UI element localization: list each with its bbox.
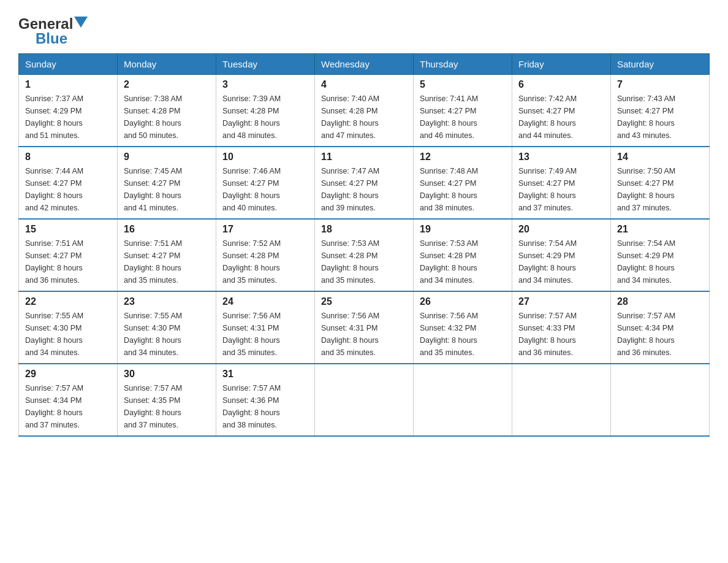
day-info: Sunrise: 7:51 AM Sunset: 4:27 PM Dayligh…	[124, 237, 210, 286]
day-of-week-header: Monday	[118, 54, 216, 75]
calendar-day-cell	[611, 364, 710, 436]
day-number: 25	[321, 296, 407, 307]
day-of-week-header: Sunday	[19, 54, 118, 75]
day-number: 24	[222, 296, 308, 307]
day-of-week-header: Tuesday	[216, 54, 315, 75]
day-number: 17	[222, 224, 308, 235]
day-info: Sunrise: 7:56 AM Sunset: 4:32 PM Dayligh…	[420, 310, 506, 359]
day-info: Sunrise: 7:54 AM Sunset: 4:29 PM Dayligh…	[518, 237, 604, 286]
day-number: 16	[124, 224, 210, 235]
day-number: 15	[25, 224, 111, 235]
day-number: 18	[321, 224, 407, 235]
calendar-day-cell	[414, 364, 512, 436]
day-number: 6	[518, 79, 604, 90]
day-info: Sunrise: 7:53 AM Sunset: 4:28 PM Dayligh…	[420, 237, 506, 286]
calendar-day-cell: 20 Sunrise: 7:54 AM Sunset: 4:29 PM Dayl…	[512, 219, 611, 291]
day-number: 4	[321, 79, 407, 90]
day-info: Sunrise: 7:48 AM Sunset: 4:27 PM Dayligh…	[420, 165, 506, 214]
day-info: Sunrise: 7:52 AM Sunset: 4:28 PM Dayligh…	[222, 237, 308, 286]
calendar-day-cell: 9 Sunrise: 7:45 AM Sunset: 4:27 PM Dayli…	[118, 147, 216, 219]
day-number: 7	[617, 79, 703, 90]
logo-blue-text: Blue	[36, 30, 67, 47]
day-info: Sunrise: 7:40 AM Sunset: 4:28 PM Dayligh…	[321, 93, 407, 142]
calendar-day-cell: 30 Sunrise: 7:57 AM Sunset: 4:35 PM Dayl…	[118, 364, 216, 436]
page-header: General Blue	[18, 12, 710, 47]
calendar-day-cell	[315, 364, 414, 436]
day-info: Sunrise: 7:57 AM Sunset: 4:34 PM Dayligh…	[617, 310, 703, 359]
day-info: Sunrise: 7:56 AM Sunset: 4:31 PM Dayligh…	[321, 310, 407, 359]
day-info: Sunrise: 7:38 AM Sunset: 4:28 PM Dayligh…	[124, 93, 210, 142]
day-info: Sunrise: 7:47 AM Sunset: 4:27 PM Dayligh…	[321, 165, 407, 214]
day-info: Sunrise: 7:53 AM Sunset: 4:28 PM Dayligh…	[321, 237, 407, 286]
calendar-day-cell: 25 Sunrise: 7:56 AM Sunset: 4:31 PM Dayl…	[315, 291, 414, 364]
day-of-week-header: Saturday	[611, 54, 710, 75]
calendar-week-row: 8 Sunrise: 7:44 AM Sunset: 4:27 PM Dayli…	[19, 147, 710, 219]
day-number: 29	[25, 369, 111, 380]
day-info: Sunrise: 7:57 AM Sunset: 4:34 PM Dayligh…	[25, 382, 111, 431]
day-number: 3	[222, 79, 308, 90]
day-number: 8	[25, 151, 111, 163]
calendar-week-row: 29 Sunrise: 7:57 AM Sunset: 4:34 PM Dayl…	[19, 364, 710, 436]
day-of-week-header: Thursday	[414, 54, 512, 75]
calendar-day-cell: 28 Sunrise: 7:57 AM Sunset: 4:34 PM Dayl…	[611, 291, 710, 364]
calendar-day-cell: 29 Sunrise: 7:57 AM Sunset: 4:34 PM Dayl…	[19, 364, 118, 436]
calendar-table: SundayMondayTuesdayWednesdayThursdayFrid…	[18, 53, 710, 437]
calendar-day-cell: 8 Sunrise: 7:44 AM Sunset: 4:27 PM Dayli…	[19, 147, 118, 219]
day-number: 27	[518, 296, 604, 307]
day-number: 2	[124, 79, 210, 90]
day-info: Sunrise: 7:54 AM Sunset: 4:29 PM Dayligh…	[617, 237, 703, 286]
calendar-day-cell: 3 Sunrise: 7:39 AM Sunset: 4:28 PM Dayli…	[216, 75, 315, 147]
day-number: 26	[420, 296, 506, 307]
calendar-week-row: 15 Sunrise: 7:51 AM Sunset: 4:27 PM Dayl…	[19, 219, 710, 291]
day-number: 12	[420, 151, 506, 163]
calendar-day-cell: 14 Sunrise: 7:50 AM Sunset: 4:27 PM Dayl…	[611, 147, 710, 219]
calendar-day-cell: 31 Sunrise: 7:57 AM Sunset: 4:36 PM Dayl…	[216, 364, 315, 436]
calendar-day-cell: 6 Sunrise: 7:42 AM Sunset: 4:27 PM Dayli…	[512, 75, 611, 147]
day-info: Sunrise: 7:45 AM Sunset: 4:27 PM Dayligh…	[124, 165, 210, 214]
calendar-day-cell: 22 Sunrise: 7:55 AM Sunset: 4:30 PM Dayl…	[19, 291, 118, 364]
day-info: Sunrise: 7:49 AM Sunset: 4:27 PM Dayligh…	[518, 165, 604, 214]
day-number: 19	[420, 224, 506, 235]
logo-triangle-icon	[74, 17, 88, 30]
calendar-day-cell: 17 Sunrise: 7:52 AM Sunset: 4:28 PM Dayl…	[216, 219, 315, 291]
calendar-header-row: SundayMondayTuesdayWednesdayThursdayFrid…	[19, 54, 710, 75]
calendar-day-cell: 27 Sunrise: 7:57 AM Sunset: 4:33 PM Dayl…	[512, 291, 611, 364]
calendar-day-cell: 23 Sunrise: 7:55 AM Sunset: 4:30 PM Dayl…	[118, 291, 216, 364]
calendar-day-cell: 1 Sunrise: 7:37 AM Sunset: 4:29 PM Dayli…	[19, 75, 118, 147]
day-of-week-header: Wednesday	[315, 54, 414, 75]
calendar-day-cell: 12 Sunrise: 7:48 AM Sunset: 4:27 PM Dayl…	[414, 147, 512, 219]
day-number: 14	[617, 151, 703, 163]
day-number: 23	[124, 296, 210, 307]
day-info: Sunrise: 7:50 AM Sunset: 4:27 PM Dayligh…	[617, 165, 703, 214]
day-number: 11	[321, 151, 407, 163]
calendar-day-cell: 5 Sunrise: 7:41 AM Sunset: 4:27 PM Dayli…	[414, 75, 512, 147]
calendar-day-cell: 10 Sunrise: 7:46 AM Sunset: 4:27 PM Dayl…	[216, 147, 315, 219]
day-info: Sunrise: 7:55 AM Sunset: 4:30 PM Dayligh…	[25, 310, 111, 359]
calendar-week-row: 1 Sunrise: 7:37 AM Sunset: 4:29 PM Dayli…	[19, 75, 710, 147]
calendar-week-row: 22 Sunrise: 7:55 AM Sunset: 4:30 PM Dayl…	[19, 291, 710, 364]
calendar-day-cell: 4 Sunrise: 7:40 AM Sunset: 4:28 PM Dayli…	[315, 75, 414, 147]
day-number: 31	[222, 369, 308, 380]
calendar-day-cell: 19 Sunrise: 7:53 AM Sunset: 4:28 PM Dayl…	[414, 219, 512, 291]
day-info: Sunrise: 7:43 AM Sunset: 4:27 PM Dayligh…	[617, 93, 703, 142]
calendar-day-cell: 21 Sunrise: 7:54 AM Sunset: 4:29 PM Dayl…	[611, 219, 710, 291]
calendar-day-cell: 11 Sunrise: 7:47 AM Sunset: 4:27 PM Dayl…	[315, 147, 414, 219]
calendar-day-cell: 24 Sunrise: 7:56 AM Sunset: 4:31 PM Dayl…	[216, 291, 315, 364]
day-number: 13	[518, 151, 604, 163]
calendar-day-cell: 26 Sunrise: 7:56 AM Sunset: 4:32 PM Dayl…	[414, 291, 512, 364]
day-number: 28	[617, 296, 703, 307]
day-info: Sunrise: 7:55 AM Sunset: 4:30 PM Dayligh…	[124, 310, 210, 359]
day-info: Sunrise: 7:41 AM Sunset: 4:27 PM Dayligh…	[420, 93, 506, 142]
svg-marker-0	[74, 17, 88, 28]
day-info: Sunrise: 7:39 AM Sunset: 4:28 PM Dayligh…	[222, 93, 308, 142]
calendar-day-cell	[512, 364, 611, 436]
day-info: Sunrise: 7:42 AM Sunset: 4:27 PM Dayligh…	[518, 93, 604, 142]
day-number: 20	[518, 224, 604, 235]
day-number: 30	[124, 369, 210, 380]
day-number: 21	[617, 224, 703, 235]
day-number: 1	[25, 79, 111, 90]
day-number: 9	[124, 151, 210, 163]
day-info: Sunrise: 7:56 AM Sunset: 4:31 PM Dayligh…	[222, 310, 308, 359]
calendar-day-cell: 16 Sunrise: 7:51 AM Sunset: 4:27 PM Dayl…	[118, 219, 216, 291]
calendar-day-cell: 2 Sunrise: 7:38 AM Sunset: 4:28 PM Dayli…	[118, 75, 216, 147]
